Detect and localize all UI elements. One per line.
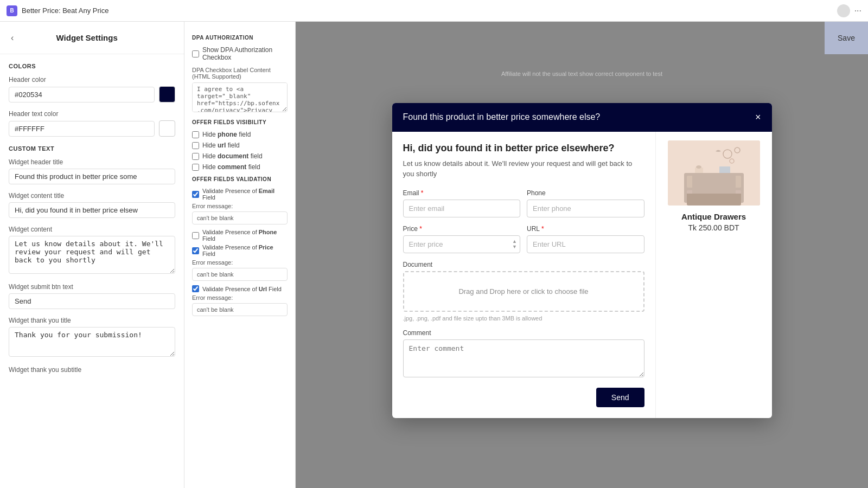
widget-thank-you-title-label: Widget thank you title [9,317,175,324]
send-button[interactable]: Send [596,388,644,407]
dpa-content-textarea[interactable]: I agree to <a target="_blank" href="http… [192,82,288,112]
document-field-label: Document [403,261,644,268]
dots-icon[interactable]: ··· [854,6,861,16]
svg-rect-5 [687,176,712,188]
header-color-swatch[interactable] [159,86,175,102]
widget-content-title-label: Widget content title [9,192,175,200]
widget-submit-btn-input[interactable] [9,293,175,309]
modal-subtitle: Hi, did you found it in better price els… [403,143,644,154]
product-name: Antique Drawers [681,212,746,221]
phone-col: Phone [527,189,644,217]
top-bar-right: ··· [837,4,861,17]
email-error-label: Error message: [192,203,288,209]
sidebar-content: COLORS Header color Header text color CU… [0,54,184,390]
header-text-color-swatch[interactable] [159,120,175,137]
offer-visibility-section-label: OFFER FIELDS VISIBILITY [192,119,288,125]
preview-area: Affiliate will not the usual text show c… [296,22,868,488]
modal: Found this product in better price somew… [392,103,772,418]
header-text-color-label: Header text color [9,110,175,118]
hide-phone-label: Hide phone field [202,131,251,138]
dpa-content-label: DPA Checkbox Label Content (HTML Support… [192,67,288,80]
top-bar-left: B Better Price: Beat Any Price [7,5,108,16]
price-field-label: Price * [403,225,521,233]
svg-point-10 [712,194,716,197]
price-down-arrow[interactable]: ▼ [512,245,517,249]
widget-content-title-input[interactable] [9,202,175,218]
svg-rect-12 [734,202,738,205]
validate-email-checkbox[interactable] [192,191,199,198]
main-layout: ‹ Widget Settings COLORS Header color He… [0,22,868,488]
email-input[interactable] [403,200,521,217]
url-error-label: Error message: [192,294,288,301]
product-image-art [668,140,760,206]
dpa-section-label: DPA AUTHORIZATION [192,35,288,41]
widget-header-title-input[interactable] [9,169,175,184]
product-price: Tk 250.00 BDT [688,223,739,232]
header-text-color-row [9,120,175,137]
widget-thank-you-subtitle-group: Widget thank you subtitle [9,366,175,374]
validate-url-checkbox[interactable] [192,285,199,292]
hide-document-checkbox[interactable] [192,153,199,160]
price-error-input[interactable] [192,268,288,281]
sidebar-title: Widget Settings [56,33,118,42]
sidebar-header: ‹ Widget Settings [0,22,184,54]
product-image [668,140,760,206]
svg-rect-7 [687,190,741,200]
modal-close-button[interactable]: × [755,112,761,123]
price-input[interactable] [403,235,521,253]
modal-form: Hi, did you found it in better price els… [392,132,655,418]
modal-description: Let us know details about it. We'll revi… [403,158,644,179]
email-phone-row: Email * Phone [403,189,644,217]
price-error-label: Error message: [192,259,288,266]
comment-textarea[interactable] [403,339,644,377]
hide-url-checkbox[interactable] [192,142,199,149]
email-field-label: Email * [403,189,521,197]
header-color-group: Header color [9,76,175,102]
modal-header-title: Found this product in better price somew… [403,112,601,122]
validate-email-row: Validate Presence of Email Field [192,188,288,201]
offer-validation-section-label: OFFER FIELDS VALIDATION [192,176,288,182]
header-text-color-group: Header text color [9,110,175,137]
phone-field-label: Phone [527,189,644,197]
comment-field-label: Comment [403,329,644,337]
svg-point-9 [727,180,730,183]
validate-phone-row: Validate Presence of Phone Field [192,229,288,242]
top-bar: B Better Price: Beat Any Price ··· [0,0,868,22]
validate-url-label: Validate Presence of Url Field [202,286,282,292]
widget-thank-you-subtitle-label: Widget thank you subtitle [9,366,175,374]
colors-section-label: COLORS [9,63,175,69]
header-text-color-input[interactable] [9,121,155,137]
widget-content-textarea[interactable]: Let us know details about it. We'll revi… [9,236,175,274]
url-error-input[interactable] [192,303,288,316]
svg-point-8 [698,180,701,183]
show-dpa-checkbox[interactable] [192,50,199,57]
widget-thank-you-title-textarea[interactable]: Thank you for your submission! [9,327,175,357]
save-button[interactable]: Save [825,22,868,54]
back-button[interactable]: ‹ [11,33,14,43]
phone-input[interactable] [527,200,644,217]
sidebar: ‹ Widget Settings COLORS Header color He… [0,22,184,488]
settings-panel: DPA AUTHORIZATION Show DPA Authorization… [184,22,296,488]
svg-rect-15 [719,166,730,174]
widget-thank-you-title-group: Widget thank you title Thank you for you… [9,317,175,358]
right-panel: DPA AUTHORIZATION Show DPA Authorization… [184,22,868,488]
hide-url-label: Hide url field [202,142,240,149]
validate-phone-checkbox[interactable] [192,232,199,239]
hide-url-row: Hide url field [192,142,288,149]
validate-phone-label: Validate Presence of Phone Field [202,229,288,242]
url-input[interactable] [527,235,644,253]
header-color-row [9,86,175,102]
email-error-input[interactable] [192,211,288,224]
header-color-input[interactable] [9,87,155,102]
price-up-arrow[interactable]: ▲ [512,239,517,244]
validate-email-label: Validate Presence of Email Field [202,188,288,201]
hide-comment-checkbox[interactable] [192,164,199,171]
avatar [837,4,850,17]
app-icon: B [7,5,17,16]
show-dpa-row: Show DPA Authorization Checkbox [192,46,288,61]
url-col: URL * [527,225,644,253]
widget-header-title-label: Widget header title [9,158,175,166]
validate-price-checkbox[interactable] [192,247,199,254]
hide-phone-checkbox[interactable] [192,131,199,138]
document-dropzone[interactable]: Drag and Drop here or click to choose fi… [403,271,644,312]
